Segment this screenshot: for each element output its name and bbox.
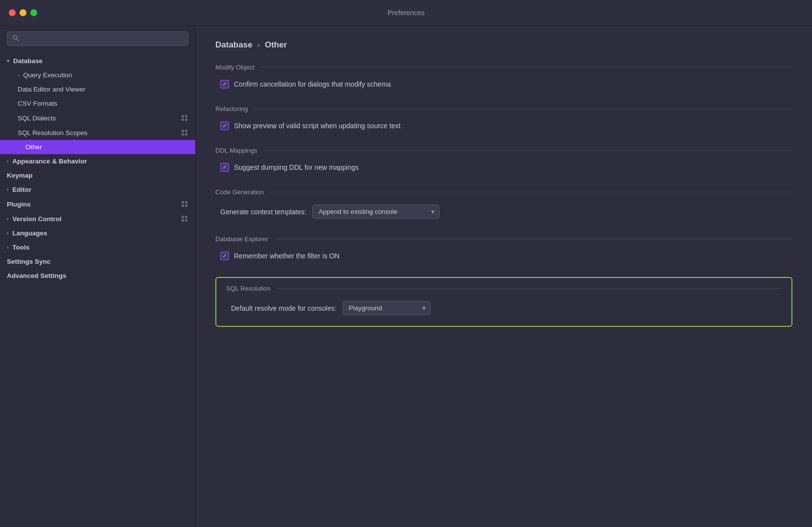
- sidebar-item-query-execution[interactable]: › Query Execution: [0, 68, 195, 82]
- search-box[interactable]: [7, 31, 188, 46]
- sidebar-item-data-editor[interactable]: Data Editor and Viewer: [0, 82, 195, 96]
- setting-show-preview: ✓ Show preview of valid script when upda…: [215, 119, 792, 132]
- titlebar: Preferences: [0, 0, 812, 25]
- section-modify-object: Modify Object ✓ Confirm cancellation for…: [215, 64, 792, 91]
- section-header-database-explorer: Database Explorer: [215, 235, 792, 243]
- section-divider: [263, 150, 792, 151]
- content-panel: Database › Other Modify Object ✓ Confirm…: [196, 25, 812, 527]
- sidebar-item-settings-sync[interactable]: Settings Sync: [0, 254, 195, 269]
- sidebar-item-label: Keymap: [7, 172, 33, 179]
- sidebar-item-label: Plugins: [7, 201, 31, 208]
- sidebar-item-tools[interactable]: › Tools: [0, 240, 195, 254]
- checkbox-show-preview[interactable]: ✓: [220, 121, 229, 130]
- svg-rect-5: [185, 118, 187, 121]
- main-layout: ▾ Database › Query Execution Data Editor…: [0, 25, 812, 527]
- svg-rect-10: [182, 201, 184, 204]
- label-generate-context-templates: Generate context templates:: [220, 208, 306, 216]
- svg-rect-16: [182, 219, 184, 222]
- setting-default-resolve-mode: Default resolve mode for consoles: Playg…: [226, 299, 782, 317]
- window-title: Preferences: [388, 9, 424, 17]
- sidebar-item-sql-dialects[interactable]: SQL Dialects: [0, 111, 195, 125]
- sidebar-item-csv-formats[interactable]: CSV Formats: [0, 96, 195, 111]
- breadcrumb: Database › Other: [215, 40, 792, 50]
- svg-rect-8: [182, 133, 184, 136]
- grid-icon: [181, 215, 188, 223]
- section-header-modify-object: Modify Object: [215, 64, 792, 71]
- sidebar-item-label: Editor: [12, 186, 31, 193]
- sidebar-item-label: Other: [25, 143, 42, 151]
- chevron-right-icon: ›: [7, 216, 8, 222]
- select-context-templates[interactable]: Append to existing console Create new co…: [312, 205, 440, 219]
- sidebar-item-label: Appearance & Behavior: [12, 158, 87, 165]
- section-title-code-generation: Code Generation: [215, 188, 264, 196]
- sidebar-item-label: CSV Formats: [18, 100, 57, 107]
- sidebar-item-label: Languages: [12, 229, 47, 237]
- sidebar-item-label: Advanced Settings: [7, 272, 67, 279]
- section-divider: [254, 109, 792, 109]
- sidebar-item-other[interactable]: Other: [0, 140, 195, 154]
- close-button[interactable]: [9, 9, 16, 16]
- chevron-right-icon: ›: [7, 159, 8, 164]
- svg-rect-7: [185, 130, 187, 132]
- svg-rect-4: [182, 118, 184, 121]
- setting-confirm-cancellation: ✓ Confirm cancellation for dialogs that …: [215, 78, 792, 91]
- sidebar-item-plugins[interactable]: Plugins: [0, 197, 195, 211]
- chevron-down-icon: ▾: [7, 58, 9, 64]
- setting-remember-filter: ✓ Remember whether the filter is ON: [215, 250, 792, 262]
- checkmark-icon: ✓: [222, 164, 227, 171]
- checkbox-confirm-cancellation[interactable]: ✓: [220, 80, 229, 89]
- sidebar-item-label: Version Control: [12, 215, 62, 223]
- grid-icon: [181, 129, 188, 137]
- select-resolve-mode[interactable]: Playground Schema Auto: [343, 301, 431, 315]
- sidebar-item-version-control[interactable]: › Version Control: [0, 211, 195, 226]
- chevron-right-icon: ›: [7, 245, 8, 250]
- minimize-button[interactable]: [20, 9, 26, 16]
- maximize-button[interactable]: [30, 9, 37, 16]
- section-header-sql-resolution: SQL Resolution: [226, 285, 782, 292]
- sidebar-item-sql-resolution-scopes[interactable]: SQL Resolution Scopes: [0, 125, 195, 140]
- setting-label-show-preview: Show preview of valid script when updati…: [234, 122, 400, 130]
- chevron-right-icon: ›: [18, 72, 19, 78]
- section-title-sql-resolution: SQL Resolution: [226, 285, 271, 292]
- sidebar-item-appearance-behavior[interactable]: › Appearance & Behavior: [0, 154, 195, 168]
- sidebar-item-editor[interactable]: › Editor: [0, 183, 195, 197]
- checkmark-icon: ✓: [222, 122, 227, 129]
- setting-generate-context-templates: Generate context templates: Append to ex…: [215, 203, 792, 221]
- sidebar-item-label: Database: [13, 57, 43, 65]
- sidebar-item-keymap[interactable]: Keymap: [0, 168, 195, 183]
- section-title-modify-object: Modify Object: [215, 64, 254, 71]
- sidebar-item-database[interactable]: ▾ Database: [0, 54, 195, 68]
- search-input[interactable]: [22, 35, 183, 43]
- select-wrapper-resolve-mode: Playground Schema Auto: [343, 301, 431, 315]
- section-divider: [270, 192, 792, 192]
- setting-suggest-ddl: ✓ Suggest dumping DDL for new mappings: [215, 161, 792, 174]
- breadcrumb-separator: ›: [257, 41, 260, 49]
- svg-rect-17: [185, 219, 187, 222]
- svg-rect-15: [185, 216, 187, 218]
- label-default-resolve-mode: Default resolve mode for consoles:: [231, 304, 337, 312]
- sidebar: ▾ Database › Query Execution Data Editor…: [0, 25, 196, 527]
- svg-line-1: [17, 39, 19, 41]
- section-header-code-generation: Code Generation: [215, 188, 792, 196]
- section-code-generation: Code Generation Generate context templat…: [215, 188, 792, 221]
- sidebar-item-label: Query Execution: [23, 71, 72, 79]
- grid-icon: [181, 114, 188, 122]
- checkbox-suggest-ddl[interactable]: ✓: [220, 163, 229, 172]
- chevron-right-icon: ›: [7, 230, 8, 236]
- svg-rect-3: [185, 115, 187, 117]
- section-title-database-explorer: Database Explorer: [215, 235, 268, 243]
- select-wrapper-context-templates: Append to existing console Create new co…: [312, 205, 440, 219]
- section-sql-resolution: SQL Resolution Default resolve mode for …: [215, 277, 792, 327]
- section-header-refactoring: Refactoring: [215, 105, 792, 113]
- checkmark-icon: ✓: [222, 252, 227, 259]
- checkbox-remember-filter[interactable]: ✓: [220, 252, 229, 260]
- sidebar-item-languages[interactable]: › Languages: [0, 226, 195, 240]
- setting-label-suggest-ddl: Suggest dumping DDL for new mappings: [234, 163, 359, 171]
- svg-rect-14: [182, 216, 184, 218]
- breadcrumb-parent[interactable]: Database: [215, 40, 253, 50]
- checkmark-icon: ✓: [222, 81, 227, 88]
- section-title-refactoring: Refactoring: [215, 105, 248, 113]
- sidebar-item-advanced-settings[interactable]: Advanced Settings: [0, 269, 195, 283]
- grid-icon: [181, 200, 188, 208]
- section-refactoring: Refactoring ✓ Show preview of valid scri…: [215, 105, 792, 132]
